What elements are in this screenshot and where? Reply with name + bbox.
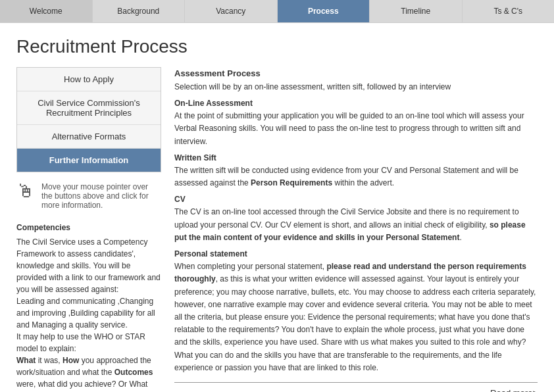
nav-tab-welcome[interactable]: Welcome <box>0 0 93 22</box>
top-navigation: Welcome Background Vacancy Process Timel… <box>0 0 554 23</box>
competencies-hint: It may help to use the WHO or STAR model… <box>16 331 161 355</box>
mouse-hint-text: Move your mouse pointer over the buttons… <box>41 182 161 210</box>
mouse-hint: 🖱 Move your mouse pointer over the butto… <box>16 172 161 216</box>
page-title: Recruitment Process <box>0 23 554 67</box>
online-body: At the point of submitting your applicat… <box>174 111 524 145</box>
competencies-title: Competencies <box>16 222 161 233</box>
competencies-list: Leading and communicating ,Changing and … <box>16 295 161 331</box>
nav-tab-timeline[interactable]: Timeline <box>370 0 463 22</box>
mouse-pointer-icon: 🖱 <box>16 182 35 201</box>
assessment-body: Selection will be by an on-line assessme… <box>174 82 451 91</box>
nav-tab-process[interactable]: Process <box>278 0 370 22</box>
competencies-star: What it was, How you approached the work… <box>16 355 161 392</box>
ps-title: Personal statement <box>174 249 247 258</box>
ps-body2: , as this is what your written evidence … <box>174 274 536 372</box>
cv-body-2: . <box>459 233 461 242</box>
nav-tab-background[interactable]: Background <box>93 0 186 22</box>
bold-outcomes: Outcomes <box>114 368 153 377</box>
nav-tab-vacancy[interactable]: Vacancy <box>185 0 278 22</box>
sidebar-item-further-info[interactable]: Further Information <box>17 149 161 172</box>
ps-body: When completing your personal statement, <box>174 262 326 271</box>
assessment-title: Assessment Process <box>174 68 261 78</box>
bold-what: What <box>16 356 36 365</box>
written-title: Written Sift <box>174 153 216 162</box>
sidebar-item-alt-formats[interactable]: Alternative Formats <box>17 125 161 149</box>
sidebar-menu: How to Apply Civil Service Commission's … <box>16 67 161 172</box>
left-sidebar: How to Apply Civil Service Commission's … <box>16 67 161 392</box>
bold-how: How <box>63 356 79 365</box>
sidebar-item-how-to-apply[interactable]: How to Apply <box>17 68 161 91</box>
cv-title: CV <box>174 195 186 204</box>
nav-tab-ts-cs[interactable]: Ts & C's <box>463 0 555 22</box>
competencies-body: The Civil Service uses a Competency Fram… <box>16 236 161 295</box>
competencies-section: Competencies The Civil Service uses a Co… <box>16 222 161 392</box>
main-content: How to Apply Civil Service Commission's … <box>0 67 554 392</box>
right-content: Assessment Process Selection will be by … <box>174 67 538 392</box>
sidebar-item-csc-principles[interactable]: Civil Service Commission's Recruitment P… <box>17 91 161 125</box>
read-more-bar: Read more> <box>174 382 538 392</box>
read-more-link[interactable]: Read more> <box>490 388 538 392</box>
online-title: On-Line Assessment <box>174 99 253 108</box>
person-req-bold: Person Requirements <box>251 178 332 187</box>
cv-body-1: The CV is an on-line tool accessed throu… <box>174 207 519 229</box>
within-advert: within the advert. <box>332 178 394 187</box>
